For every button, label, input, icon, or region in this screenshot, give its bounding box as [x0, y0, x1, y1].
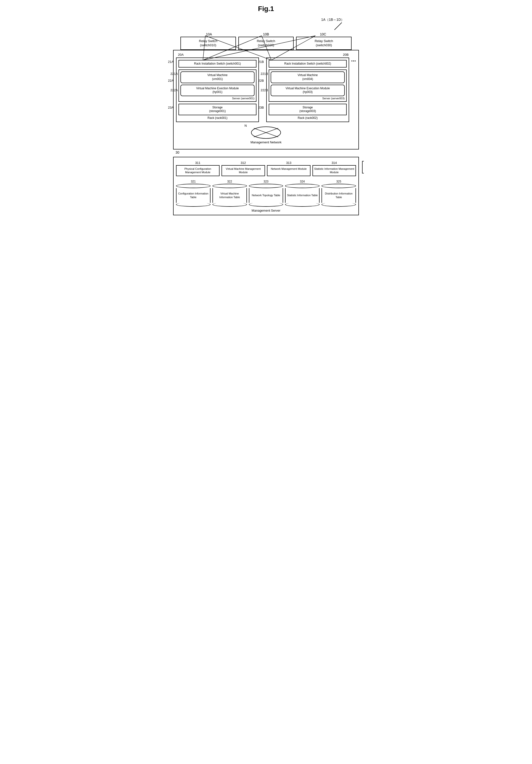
mgmt-server-box: Management Terminal 40 311 312 313 314 P…	[173, 157, 359, 215]
table-config-info: Configuration Information Table	[176, 184, 210, 207]
rack-install-switch-001: Rack Installation Switch (switch001)	[179, 60, 256, 68]
rack-20A: 21A Rack Installation Switch (switch001)…	[176, 58, 259, 122]
server-003: 221B Virtual Machine (vm004) 222B Virtua…	[269, 70, 347, 101]
cylinder-body-3: Network Topology Table	[249, 188, 283, 203]
label-221A: 221A	[170, 72, 178, 76]
cylinder-bottom-1	[176, 202, 210, 207]
modules-row: Physical Configuration Management Module…	[176, 165, 356, 176]
module-vm-management: Virtual Machine Management Module	[221, 165, 265, 176]
relay-switch-10B: Relay Switch (switch020)	[238, 37, 294, 50]
relay-switch-10B-label: Relay Switch (switch020)	[257, 39, 275, 48]
mgmt-server-id: 30	[176, 150, 359, 154]
racks-and-dots: 21A Rack Installation Switch (switch001)…	[176, 58, 356, 122]
vm-004: Virtual Machine (vm004)	[271, 72, 345, 83]
table-id-323: 323	[249, 180, 283, 183]
label-22B: 22B	[258, 79, 264, 83]
label-222A: 222A	[170, 88, 178, 92]
module-physical-config: Physical Configuration Management Module	[176, 165, 219, 176]
relay-id-row: 10A 10B 10C	[173, 32, 359, 36]
label-23A: 23A	[168, 106, 174, 109]
vm-exec-001: Virtual Machine Exection Module (hy001)	[181, 85, 254, 96]
relay-switch-10A-label: Relay Switch (switch010)	[199, 39, 217, 48]
svg-line-0	[334, 23, 342, 30]
module-statistic-info: Statistic Information Management Module	[313, 165, 356, 176]
cylinder-body-4: Statistic Information Table	[285, 188, 320, 203]
table-network-topology: Network Topology Table	[249, 184, 283, 207]
network-ellipse-container: N	[176, 126, 356, 139]
rack-002-label: Rack (rack002)	[269, 116, 347, 120]
diagram-container: Fig.1 1A（1B～1D） 10A 10B 10C Relay Switch…	[173, 5, 359, 215]
module-id-314: 314	[313, 161, 356, 165]
rack-001-label: Rack (rack001)	[179, 116, 256, 120]
table-statistic-info: Statistic Information Table	[285, 184, 320, 207]
module-network-management: Network Management Module	[267, 165, 311, 176]
table-id-324: 324	[285, 180, 320, 183]
mgmt-terminal: Management Terminal	[362, 161, 364, 173]
cylinder-top-4	[285, 184, 320, 188]
cylinder-bottom-4	[285, 202, 320, 207]
cylinder-top-3	[249, 184, 283, 188]
module-id-312: 312	[221, 161, 265, 165]
relay-id-10C: 10C	[295, 32, 351, 36]
network-N-label: N	[244, 124, 247, 127]
cylinder-bottom-2	[212, 202, 247, 207]
table-vm-info: Virtual Machine Information Table	[212, 184, 247, 207]
table-ids-row: 321 322 323 324 325	[176, 180, 356, 183]
table-id-321: 321	[176, 180, 210, 183]
cylinder-body-2: Virtual Machine Information Table	[212, 188, 247, 203]
label-221B: 221B	[261, 72, 268, 76]
arrow-section: 1A（1B～1D）	[173, 18, 359, 32]
label-222B: 222B	[261, 88, 268, 92]
storage-003: Storage (storage003)	[269, 104, 347, 115]
relay-switch-10C: Relay Switch (switch030)	[296, 37, 351, 50]
label-21B: 21B	[258, 60, 264, 64]
relay-id-10B: 10B	[237, 32, 294, 36]
rack-area-20A: 20A	[176, 53, 263, 57]
relay-switch-10C-label: Relay Switch (switch030)	[315, 39, 333, 48]
cylinder-bottom-5	[322, 202, 356, 207]
server-001-label: Server (server001)	[181, 97, 254, 100]
mgmt-network-label: Management Network	[176, 140, 356, 144]
infra-box: 20A 20B 21A Rack Installation Switch (sw…	[173, 50, 359, 149]
relay-switch-10A: Relay Switch (switch010)	[181, 37, 236, 50]
cylinder-body-1: Configuration Information Table	[176, 188, 210, 203]
rack-20B: 21B Rack Installation Switch (switch002)…	[266, 58, 349, 122]
cylinder-top-5	[322, 184, 356, 188]
module-id-313: 313	[267, 161, 311, 165]
table-distribution-info: Distribution Information Table	[322, 184, 356, 207]
module-id-311: 311	[176, 161, 219, 165]
cylinder-bottom-3	[249, 202, 283, 207]
arrow-svg	[310, 18, 359, 32]
relay-switches-section: 10A 10B 10C Relay Switch (switch010) Rel…	[173, 32, 359, 50]
vm-exec-003: Virtual Machine Execution Module (hy003)	[271, 85, 345, 96]
server-003-label: Server (server003)	[271, 97, 345, 100]
rack-install-switch-002: Rack Installation Switch (switch002)	[269, 60, 347, 68]
vm-001: Virtual Machine (vm001)	[181, 72, 254, 83]
module-ids-row: 311 312 313 314	[176, 161, 356, 165]
network-ellipse-svg	[250, 126, 282, 139]
tables-row: Configuration Information Table Virtual …	[176, 184, 356, 207]
label-23B: 23B	[258, 106, 264, 109]
label-21A: 21A	[168, 60, 174, 64]
storage-001: Storage (storage001)	[179, 104, 256, 115]
rack-area-20B: 20B	[263, 53, 356, 57]
rack-area-labels: 20A 20B	[176, 53, 356, 57]
server-001: 221A Virtual Machine (vm001) 222A Virtua…	[179, 70, 256, 101]
cylinder-body-5: Distribution Information Table	[322, 188, 356, 203]
cylinder-top-2	[212, 184, 247, 188]
label-22A: 22A	[168, 79, 174, 83]
cylinder-top-1	[176, 184, 210, 188]
relay-id-10A: 10A	[181, 32, 237, 36]
page-title: Fig.1	[173, 5, 359, 13]
table-id-322: 322	[212, 180, 247, 183]
relay-boxes-row: Relay Switch (switch010) Relay Switch (s…	[173, 37, 359, 50]
ellipsis-dots: ···	[351, 58, 356, 64]
table-id-325: 325	[322, 180, 356, 183]
mgmt-server-label: Management Server	[176, 209, 356, 212]
